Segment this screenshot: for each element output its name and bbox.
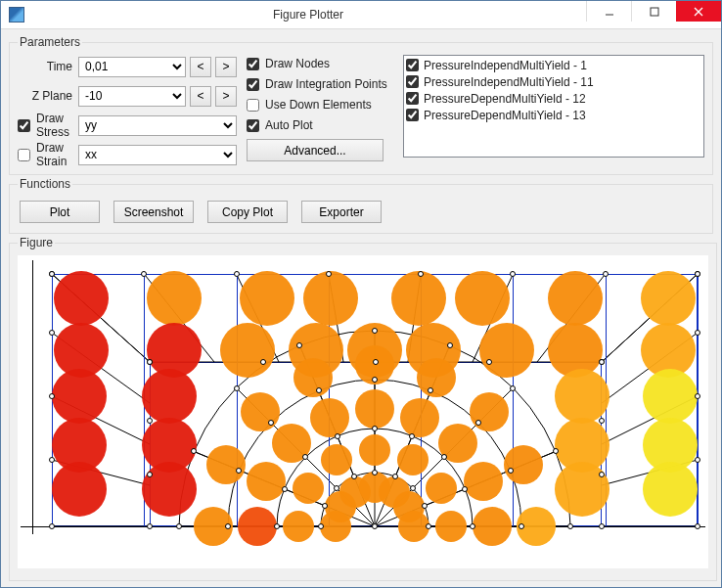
mesh-node bbox=[191, 448, 197, 454]
zplane-label: Z Plane bbox=[18, 89, 74, 103]
mesh-node bbox=[316, 387, 322, 393]
integration-point bbox=[293, 473, 324, 504]
time-next-button[interactable]: > bbox=[215, 57, 237, 77]
mesh-node bbox=[519, 523, 524, 529]
integration-point bbox=[283, 511, 314, 542]
svg-line-95 bbox=[517, 488, 520, 507]
mesh-node bbox=[268, 420, 274, 426]
svg-line-101 bbox=[290, 467, 296, 477]
integration-point bbox=[400, 398, 439, 437]
stress-component-select[interactable]: yy bbox=[78, 115, 237, 136]
zplane-next-button[interactable]: > bbox=[215, 86, 237, 107]
materials-listbox[interactable]: PressureIndependMultiYield - 1PressureIn… bbox=[403, 55, 704, 158]
auto-plot-checkbox-label[interactable]: Auto Plot bbox=[247, 118, 393, 132]
mesh-node bbox=[372, 328, 378, 334]
integration-point bbox=[555, 369, 609, 424]
mesh-node bbox=[296, 342, 302, 348]
svg-line-67 bbox=[513, 388, 529, 408]
material-checkbox[interactable] bbox=[406, 109, 419, 121]
use-down-checkbox-label[interactable]: Use Down Elements bbox=[247, 98, 393, 112]
time-prev-button[interactable]: < bbox=[190, 57, 211, 77]
mesh-node bbox=[147, 523, 153, 529]
integration-point bbox=[397, 444, 429, 475]
mesh-node bbox=[49, 457, 55, 463]
use-down-checkbox[interactable] bbox=[247, 99, 259, 112]
integration-point bbox=[464, 462, 503, 501]
mesh-node bbox=[409, 433, 415, 439]
integration-point bbox=[52, 369, 107, 424]
zplane-select[interactable]: -10 bbox=[78, 86, 186, 107]
material-item[interactable]: PressureDependMultiYield - 12 bbox=[406, 90, 701, 107]
svg-rect-1 bbox=[651, 8, 658, 16]
integration-point bbox=[548, 271, 603, 326]
integration-point bbox=[473, 507, 512, 546]
figure-canvas[interactable] bbox=[18, 255, 708, 568]
mesh-node bbox=[603, 271, 609, 277]
material-label: PressureIndependMultiYield - 11 bbox=[424, 75, 594, 89]
mesh-node bbox=[176, 523, 182, 529]
mesh-node bbox=[335, 433, 340, 439]
mesh-node bbox=[236, 468, 242, 474]
mesh-node bbox=[372, 523, 378, 529]
time-label: Time bbox=[18, 60, 74, 73]
functions-legend: Functions bbox=[18, 177, 72, 191]
parameters-group: Parameters Time 0,01 < > Z Plane -10 < >… bbox=[9, 35, 713, 175]
draw-nodes-checkbox[interactable] bbox=[247, 58, 259, 70]
exporter-button[interactable]: Exporter bbox=[301, 201, 382, 223]
mesh-node bbox=[475, 420, 481, 426]
close-button[interactable] bbox=[676, 1, 721, 22]
draw-strain-checkbox[interactable] bbox=[18, 149, 30, 161]
material-item[interactable]: PressureIndependMultiYield - 1 bbox=[406, 57, 701, 73]
svg-line-119 bbox=[470, 501, 473, 514]
integration-point bbox=[310, 398, 349, 437]
mesh-node bbox=[418, 271, 424, 277]
strain-component-select[interactable]: xx bbox=[78, 145, 237, 165]
mesh-node bbox=[486, 359, 492, 365]
material-item[interactable]: PressureDependMultiYield - 13 bbox=[406, 107, 701, 123]
mesh-node bbox=[302, 454, 308, 460]
draw-ip-checkbox-label[interactable]: Draw Integration Points bbox=[247, 77, 393, 91]
integration-point bbox=[52, 462, 107, 517]
mesh-node bbox=[510, 271, 516, 277]
material-item[interactable]: PressureIndependMultiYield - 11 bbox=[406, 73, 701, 90]
material-checkbox[interactable] bbox=[406, 75, 419, 88]
screenshot-button[interactable]: Screenshot bbox=[113, 201, 194, 223]
integration-point bbox=[240, 271, 294, 326]
mesh-node bbox=[326, 271, 332, 277]
mesh-node bbox=[372, 426, 378, 431]
draw-strain-checkbox-label[interactable]: Draw Strain bbox=[18, 141, 74, 168]
draw-stress-checkbox-label[interactable]: Draw Stress bbox=[18, 112, 74, 139]
draw-stress-checkbox[interactable] bbox=[18, 119, 30, 132]
advanced-button[interactable]: Advanced... bbox=[247, 139, 384, 161]
integration-point bbox=[355, 389, 394, 429]
mesh-node bbox=[260, 359, 266, 365]
integration-point bbox=[555, 462, 609, 517]
svg-line-74 bbox=[229, 488, 233, 507]
integration-point bbox=[293, 358, 333, 397]
mesh-node bbox=[147, 359, 153, 365]
integration-point bbox=[643, 462, 698, 517]
material-checkbox[interactable] bbox=[406, 92, 419, 105]
zplane-prev-button[interactable]: < bbox=[190, 86, 211, 107]
plot-button[interactable]: Plot bbox=[20, 201, 100, 223]
mesh-node bbox=[372, 470, 378, 475]
draw-nodes-checkbox-label[interactable]: Draw Nodes bbox=[247, 57, 393, 70]
mesh-node bbox=[410, 485, 416, 491]
svg-line-89 bbox=[448, 399, 464, 410]
copy-plot-button[interactable]: Copy Plot bbox=[207, 201, 288, 223]
mesh-node bbox=[334, 485, 339, 491]
material-label: PressureDependMultiYield - 13 bbox=[424, 109, 586, 122]
integration-point bbox=[303, 271, 358, 326]
svg-line-77 bbox=[248, 437, 258, 453]
time-select[interactable]: 0,01 bbox=[78, 57, 186, 77]
material-checkbox[interactable] bbox=[406, 59, 419, 71]
minimize-button[interactable] bbox=[586, 1, 631, 22]
svg-line-104 bbox=[315, 441, 326, 448]
mesh-node bbox=[510, 385, 516, 391]
auto-plot-checkbox[interactable] bbox=[247, 119, 259, 132]
integration-point bbox=[147, 271, 202, 326]
maximize-button[interactable] bbox=[631, 1, 676, 22]
draw-ip-checkbox[interactable] bbox=[247, 78, 259, 91]
mesh-node bbox=[318, 523, 324, 529]
mesh-node bbox=[274, 523, 280, 529]
